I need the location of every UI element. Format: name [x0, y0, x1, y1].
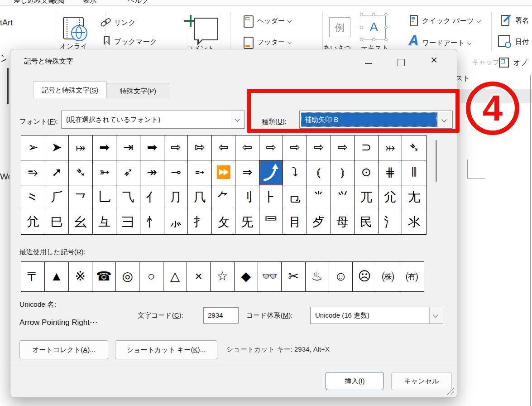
recent-symbol-cell[interactable]: × [187, 262, 211, 291]
symbol-cell[interactable]: ⺢ [402, 210, 426, 235]
symbol-cell[interactable]: ↠ [140, 160, 164, 185]
symbol-cell[interactable]: ⺈ [212, 185, 236, 210]
symbol-cell[interactable]: ⤅ [69, 135, 93, 160]
symbol-cell[interactable]: ⺅ [140, 185, 164, 210]
recent-symbol-cell[interactable]: ※ [69, 262, 92, 291]
textbox-icon[interactable]: A [362, 15, 386, 39]
recent-symbol-cell[interactable]: ㈱ [376, 262, 400, 291]
maximize-icon[interactable] [398, 59, 405, 66]
symbol-cell[interactable] [259, 160, 283, 185]
symbol-cell[interactable]: ⺒ [45, 210, 69, 235]
grid-scrollbar-thumb[interactable] [436, 140, 437, 182]
symbol-cell[interactable]: ➴ [69, 160, 93, 185]
symbol-cell[interactable]: ⺝ [283, 210, 307, 235]
symbol-cell[interactable]: ➵ [188, 160, 212, 185]
footer-page-icon[interactable] [244, 37, 254, 49]
symbol-cell[interactable]: ⺙ [212, 210, 236, 235]
symbol-cell[interactable]: ⺍ [331, 185, 355, 210]
symbol-cell[interactable]: ⊙ [355, 160, 379, 185]
quick-parts-button[interactable]: クイック パーツ [422, 16, 480, 26]
symbol-cell[interactable]: ⫴ [402, 160, 426, 185]
symbol-cell[interactable]: ⇨ [164, 135, 188, 160]
date-time-button[interactable]: 日付 [515, 38, 532, 46]
recent-symbol-cell[interactable]: ☺ [329, 262, 353, 291]
symbol-cell[interactable]: ⇰ [188, 135, 212, 160]
header-button[interactable]: ヘッダー [257, 17, 291, 25]
cancel-button[interactable]: キャンセル [391, 372, 452, 390]
symbol-cell[interactable]: ⺠ [355, 210, 379, 235]
symbol-cell[interactable]: ➚ [45, 160, 69, 185]
code-system-dropdown-button[interactable] [429, 307, 443, 324]
recent-symbol-cell[interactable]: 〒 [21, 262, 45, 291]
symbol-cell[interactable]: ⺂ [69, 185, 93, 210]
symbol-cell[interactable]: ⇨ [331, 135, 355, 160]
code-system-combobox[interactable]: Unicode (16 進数) [310, 307, 443, 324]
symbol-cell[interactable]: ⺆ [164, 185, 188, 210]
symbol-cell[interactable]: ⊃ [355, 135, 379, 160]
wordart-button[interactable]: ワードアート [422, 39, 471, 48]
signature-button[interactable]: 署名 [515, 16, 532, 25]
recent-symbol-cell[interactable]: ☆ [211, 262, 234, 291]
bookmark-button[interactable]: ブックマーク [114, 37, 157, 47]
recent-symbol-cell[interactable]: ☎ [92, 262, 116, 291]
recent-symbol-cell[interactable]: ♨ [306, 262, 329, 291]
symbol-cell[interactable]: ➤ [45, 135, 69, 160]
symbol-cell[interactable]: ➴ [402, 135, 426, 160]
symbol-cell[interactable]: ➢ [21, 135, 45, 160]
symbol-cell[interactable]: ⺔ [93, 210, 117, 235]
symbol-cell[interactable]: ⇨ [283, 135, 307, 160]
ribbon-tab-help[interactable]: ヘルプ [128, 0, 149, 5]
recent-symbol-cell[interactable]: 👓 [258, 262, 282, 291]
symbol-cell[interactable]: ⤔ [379, 135, 403, 160]
symbol-cell[interactable]: ⺕ [116, 210, 140, 235]
char-code-input[interactable]: 2934 [203, 307, 239, 324]
recent-symbol-cell[interactable]: ◎ [116, 262, 139, 291]
greeting-sample-icon[interactable]: 例 [329, 17, 350, 37]
symbol-cell[interactable]: ⺗ [164, 210, 188, 235]
symbol-cell[interactable]: ➡ [93, 135, 117, 160]
symbol-cell[interactable]: ⇦ [235, 135, 259, 160]
symbol-cell[interactable]: ⺀ [21, 185, 45, 210]
symbol-cell[interactable]: ⺌ [307, 185, 331, 210]
tab-symbols[interactable]: 記号と特殊文字(S) [33, 81, 107, 98]
symbol-cell[interactable]: ⇦ [212, 135, 236, 160]
symbol-cell[interactable]: ⏩ [212, 160, 236, 185]
recent-symbol-cell[interactable]: ✂ [282, 262, 305, 291]
shortcut-key-button[interactable]: ショートカット キー(K)... [115, 340, 217, 359]
symbol-cell[interactable]: ⺛ [235, 210, 259, 235]
symbol-cell[interactable]: ⦆ [331, 160, 355, 185]
symbol-cell[interactable]: ⥱ [21, 160, 45, 185]
symbol-cell[interactable]: ⺃ [93, 185, 117, 210]
symbol-cell[interactable]: ➶ [116, 160, 140, 185]
symbol-cell[interactable]: ⺊ [259, 185, 283, 210]
recent-symbol-cell[interactable]: ㈲ [400, 262, 424, 291]
symbol-cell[interactable]: ⺏ [379, 185, 403, 210]
link-button[interactable]: リンク [114, 18, 136, 28]
recent-symbol-cell[interactable]: ◆ [235, 262, 258, 291]
autocorrect-button[interactable]: オートコレクト(A)... [19, 340, 108, 359]
symbol-cell[interactable]: ⦅ [307, 160, 331, 185]
close-icon[interactable]: × [431, 54, 437, 66]
symbol-cell[interactable]: ⺐ [402, 185, 426, 210]
symbol-cell[interactable]: ⺎ [355, 185, 379, 210]
font-combobox[interactable]: (現在選択されているフォント) [61, 111, 245, 129]
symbol-cell[interactable]: ⺁ [45, 185, 69, 210]
header-page-icon[interactable] [244, 15, 254, 28]
symbol-cell[interactable]: ⺋ [283, 185, 307, 210]
symbol-cell[interactable]: ⇒ [235, 160, 259, 185]
symbol-cell[interactable]: ⺞ [307, 210, 331, 235]
symbol-cell[interactable]: ⇨ [259, 135, 283, 160]
symbol-cell[interactable]: ⺑ [21, 210, 45, 235]
symbol-cell[interactable]: ⺡ [379, 210, 403, 235]
recent-symbol-cell[interactable]: △ [163, 262, 187, 291]
symbol-cell[interactable]: ➡ [140, 135, 164, 160]
symbol-cell[interactable]: ⇥ [116, 135, 140, 160]
footer-button[interactable]: フッター [257, 38, 291, 47]
symbol-cell[interactable]: ⺜ [259, 210, 283, 235]
symbol-cell[interactable]: ⺇ [188, 185, 212, 210]
smartart-label-fragment[interactable]: tArt [0, 18, 13, 28]
comment-bubble-icon[interactable] [194, 18, 218, 40]
symbol-cell[interactable]: ⊸ [164, 160, 188, 185]
symbol-cell[interactable]: ⺘ [188, 210, 212, 235]
symbol-cell[interactable]: ⺉ [235, 185, 259, 210]
